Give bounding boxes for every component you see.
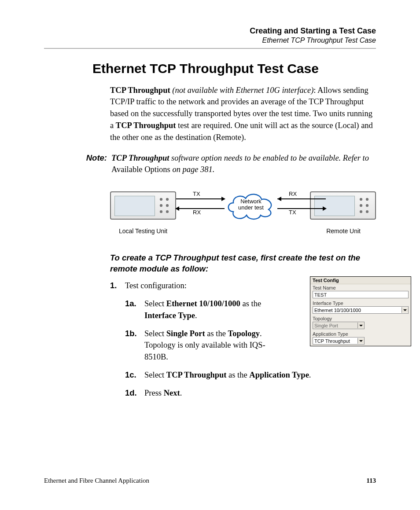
panel-title: Test Config [310, 277, 411, 284]
page-footer: Ethernet and Fibre Channel Application 1… [44, 474, 376, 484]
intro-lead-italic: (not available with Ethernet 10G interfa… [170, 86, 314, 95]
topology-diagram: TX RX RX TX Network under test Local Tes… [110, 189, 376, 242]
arrow-line [277, 208, 326, 209]
cloud-line2: under test [238, 204, 264, 211]
substep-1c: 1c. Select TCP Throughput as the Applica… [125, 369, 376, 381]
substep-1d: 1d. Press Next. [125, 387, 376, 399]
interface-type-select[interactable]: Ethernet 10/100/1000 [313, 306, 409, 314]
tx-label: TX [193, 191, 200, 197]
test-name-label: Test Name [310, 284, 411, 291]
note-italic1: software option needs to be enabled to b… [169, 154, 369, 162]
section-title: Ethernet TCP Throughput Test Case [44, 37, 376, 44]
note-bold: TCP Throughput [111, 154, 169, 162]
intro-paragraph: TCP Throughput (not available with Ether… [110, 84, 376, 143]
test-name-input[interactable]: TEST [313, 291, 409, 298]
rx-label: RX [193, 209, 201, 216]
substep-number: 1c. [125, 369, 144, 381]
local-unit-label: Local Testing Unit [119, 227, 167, 235]
page-title: Ethernet TCP Throughput Test Case [92, 61, 376, 76]
remote-unit-icon [310, 191, 376, 220]
chevron-down-icon [357, 323, 364, 328]
topology-select[interactable]: Single Port [313, 322, 365, 329]
application-type-select[interactable]: TCP Throughput [313, 337, 365, 345]
substep-body: Select Single Port as the Topology. Topo… [144, 328, 281, 363]
note-label: Note: [78, 152, 111, 176]
chevron-down-icon [402, 307, 408, 313]
arrow-head-icon [323, 206, 327, 211]
chapter-title: Creating and Starting a Test Case [44, 26, 376, 36]
intro-lead-bold: TCP Throughput [110, 86, 170, 95]
arrow-line [176, 198, 225, 199]
substep-body: Select TCP Throughput as the Application… [144, 369, 376, 381]
substep-body: Press Next. [144, 387, 376, 399]
note-row: Note: TCP Throughput software option nee… [78, 152, 376, 176]
footer-left: Ethernet and Fibre Channel Application [44, 477, 149, 484]
arrow-head-icon [175, 206, 179, 211]
chevron-down-icon [357, 338, 364, 344]
note-italic2: on page 381. [170, 165, 215, 174]
test-config-panel: Test Config Test Name TEST Interface Typ… [310, 276, 411, 346]
substep-number: 1b. [125, 328, 144, 363]
local-unit-icon [110, 191, 176, 220]
cloud-line1: Network [240, 198, 262, 205]
application-type-label: Application Type [310, 330, 411, 337]
step-number: 1. [110, 280, 125, 405]
intro-mid-bold: TCP Throughput [116, 121, 176, 130]
note-body: TCP Throughput software option needs to … [111, 152, 376, 176]
substep-number: 1a. [125, 298, 144, 322]
page-number: 113 [366, 477, 376, 484]
note-plain: Available Options [111, 165, 170, 174]
topology-label: Topology [310, 315, 411, 322]
interface-type-label: Interface Type [310, 300, 411, 306]
arrow-line [277, 198, 326, 199]
remote-unit-label: Remote Unit [326, 227, 361, 235]
cloud-label: Network under test [225, 198, 276, 211]
header-rule [44, 48, 376, 49]
arrow-head-icon [277, 197, 281, 201]
instruction-heading: To create a TCP Throughput test case, fi… [110, 253, 376, 275]
step-text: Test configuration: [125, 281, 187, 290]
substep-number: 1d. [125, 387, 144, 399]
rx-label: RX [289, 191, 297, 197]
page-header: Creating and Starting a Test Case Ethern… [44, 26, 376, 44]
tx-label: TX [289, 209, 296, 216]
substep-body: Select Ethernet 10/100/1000 as the Inter… [144, 298, 281, 322]
